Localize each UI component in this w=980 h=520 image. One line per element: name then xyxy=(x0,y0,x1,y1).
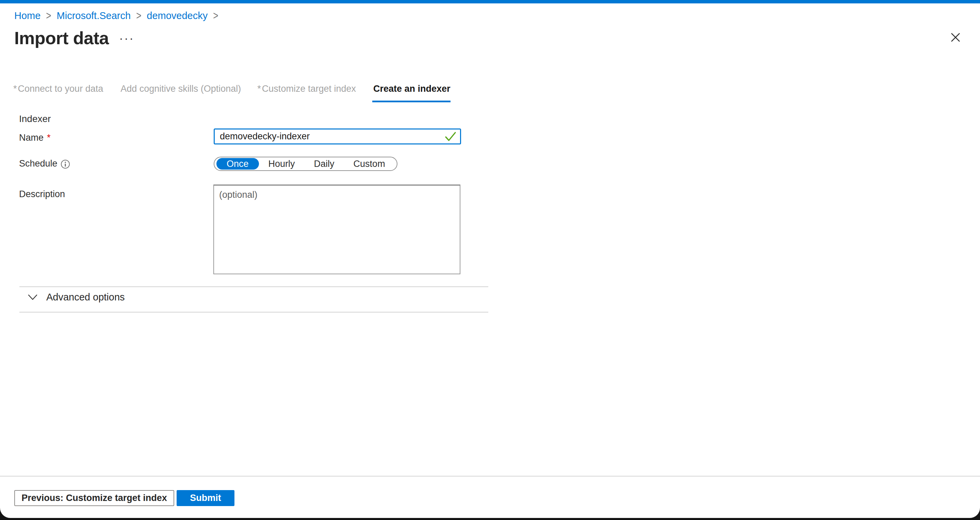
breadcrumb-microsoft-search[interactable]: Microsoft.Search xyxy=(57,10,131,21)
name-label-text: Name xyxy=(19,133,43,143)
description-label-text: Description xyxy=(19,189,65,200)
schedule-option-hourly[interactable]: Hourly xyxy=(259,158,305,170)
schedule-segmented-control: Once Hourly Daily Custom xyxy=(214,157,398,171)
tab-label: Connect to your data xyxy=(18,84,103,94)
tab-create-an-indexer[interactable]: Create an indexer xyxy=(372,84,450,102)
description-textarea[interactable] xyxy=(213,185,460,274)
breadcrumb-separator-icon: > xyxy=(213,9,218,22)
import-data-blade: Home > Microsoft.Search > demovedecky > … xyxy=(0,0,980,518)
schedule-option-custom[interactable]: Custom xyxy=(344,158,395,170)
breadcrumb-home[interactable]: Home xyxy=(14,10,40,21)
name-input-wrapper xyxy=(214,128,461,144)
breadcrumb-demovedecky[interactable]: demovedecky xyxy=(147,10,208,21)
previous-step-button[interactable]: Previous: Customize target index xyxy=(14,490,174,506)
indexer-section-label: Indexer xyxy=(19,114,51,124)
valid-checkmark-icon xyxy=(445,132,456,142)
tab-add-cognitive-skills[interactable]: Add cognitive skills (Optional) xyxy=(119,84,241,102)
breadcrumb-separator-icon: > xyxy=(136,9,141,22)
close-icon xyxy=(950,32,961,43)
tab-connect-to-your-data[interactable]: *Connect to your data xyxy=(13,84,103,102)
submit-button[interactable]: Submit xyxy=(177,490,234,506)
divider xyxy=(19,312,488,313)
name-field-label: Name * xyxy=(19,133,51,143)
required-tab-marker: * xyxy=(257,84,261,94)
page-title: Import data xyxy=(14,28,109,48)
required-tab-marker: * xyxy=(13,84,17,94)
footer-divider xyxy=(0,476,980,477)
divider xyxy=(19,286,488,287)
schedule-label-text: Schedule xyxy=(19,159,57,169)
advanced-options-label: Advanced options xyxy=(46,292,125,303)
chevron-down-icon xyxy=(28,294,37,300)
advanced-options-toggle[interactable]: Advanced options xyxy=(28,292,125,303)
required-asterisk: * xyxy=(47,133,51,143)
more-options-button[interactable]: ··· xyxy=(119,31,134,46)
schedule-option-daily[interactable]: Daily xyxy=(305,158,344,170)
tab-label: Customize target index xyxy=(262,84,356,94)
indexer-name-input[interactable] xyxy=(214,128,461,144)
tab-label: Add cognitive skills (Optional) xyxy=(121,84,241,94)
info-icon[interactable] xyxy=(61,160,70,168)
tab-label: Create an indexer xyxy=(373,84,450,94)
breadcrumb: Home > Microsoft.Search > demovedecky > xyxy=(14,10,218,21)
description-field-label: Description xyxy=(19,189,65,200)
schedule-option-once[interactable]: Once xyxy=(216,158,259,170)
close-button[interactable] xyxy=(947,29,964,46)
breadcrumb-separator-icon: > xyxy=(46,9,51,22)
schedule-field-label: Schedule xyxy=(19,159,70,169)
wizard-tabs: *Connect to your data Add cognitive skil… xyxy=(13,84,450,102)
portal-top-accent-bar xyxy=(0,0,980,3)
tab-customize-target-index[interactable]: *Customize target index xyxy=(257,84,356,102)
